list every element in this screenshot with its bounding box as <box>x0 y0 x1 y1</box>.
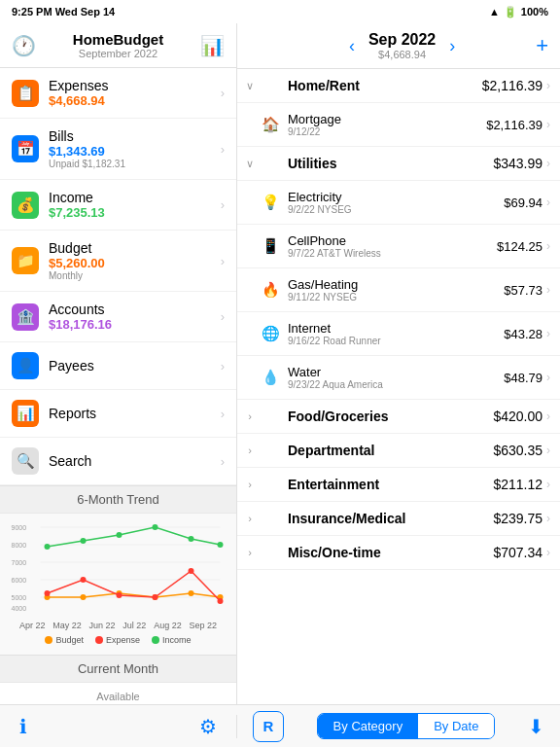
category-info-cellphone: CellPhone9/7/22 AT&T Wireless <box>288 233 497 259</box>
main-container: 🕐 HomeBudget September 2022 📊 📋Expenses$… <box>0 23 560 704</box>
legend-label-expense: Expense <box>106 635 140 645</box>
nav-item-income[interactable]: 💰Income$7,235.13› <box>0 180 236 231</box>
nav-value-bills: $1,343.69 <box>49 144 221 159</box>
category-date-internet: 9/16/22 Road Runner <box>288 336 504 346</box>
category-row-cellphone[interactable]: 📱CellPhone9/7/22 AT&T Wireless$124.25› <box>237 225 560 268</box>
nav-label-payees: Payees <box>49 358 221 374</box>
category-name-misc-one-time: Misc/One-time <box>288 545 493 560</box>
chart-label: Apr 22 <box>19 621 46 630</box>
legend-dot-expense <box>95 636 103 644</box>
category-row-mortgage[interactable]: 🏠Mortgage9/12/22$2,116.39› <box>237 103 560 147</box>
svg-text:4000: 4000 <box>12 605 27 612</box>
category-name-departmental: Departmental <box>288 443 493 458</box>
prev-month-button[interactable]: ‹ <box>343 34 361 58</box>
app-header: 🕐 HomeBudget September 2022 📊 <box>0 23 236 68</box>
category-row-insurance-medical[interactable]: ›Insurance/Medical$239.75› <box>237 502 560 536</box>
next-month-button[interactable]: › <box>443 34 461 58</box>
category-row-internet[interactable]: 🌐Internet9/16/22 Road Runner$43.28› <box>237 312 560 356</box>
tab-by-date[interactable]: By Date <box>418 714 494 738</box>
nav-icon-expenses: 📋 <box>12 80 39 107</box>
nav-content-expenses: Expenses$4,668.94 <box>49 78 221 108</box>
nav-item-budget[interactable]: 📁Budget$5,260.00Monthly› <box>0 231 236 292</box>
category-row-water[interactable]: 💧Water9/23/22 Aqua America$48.79› <box>237 356 560 400</box>
category-info-utilities: Utilities <box>288 156 493 171</box>
svg-point-18 <box>81 577 87 583</box>
nav-content-income: Income$7,235.13 <box>49 190 221 220</box>
category-name-insurance-medical: Insurance/Medical <box>288 511 493 526</box>
svg-text:9000: 9000 <box>12 524 27 531</box>
category-name-cellphone: CellPhone <box>288 233 497 248</box>
info-button[interactable]: ℹ <box>19 715 27 738</box>
category-icon-gas-heating: 🔥 <box>259 278 282 302</box>
category-chevron-cellphone: › <box>546 239 550 253</box>
bottom-bar: ℹ ⚙ R By CategoryBy Date ⬇ <box>0 704 560 747</box>
current-month-title: Current Month <box>0 656 236 683</box>
category-toggle-home-rent: ∨ <box>243 80 257 92</box>
category-chevron-insurance-medical: › <box>546 512 550 525</box>
category-row-misc-one-time[interactable]: ›Misc/One-time$707.34› <box>237 536 560 570</box>
category-row-entertainment[interactable]: ›Entertainment$211.12› <box>237 468 560 502</box>
category-icon-mortgage: 🏠 <box>259 113 282 136</box>
calendar-icon: 🕐 <box>12 34 36 57</box>
nav-item-reports[interactable]: 📊Reports› <box>0 390 236 438</box>
trend-title: 6-Month Trend <box>0 486 236 514</box>
nav-item-bills[interactable]: 📅Bills$1,343.69Unpaid $1,182.31› <box>0 119 236 180</box>
category-row-utilities[interactable]: ∨Utilities$343.99› <box>237 147 560 181</box>
category-date-water: 9/23/22 Aqua America <box>288 379 504 390</box>
battery-icon: 🔋 <box>504 6 517 18</box>
nav-item-search[interactable]: 🔍Search› <box>0 438 236 485</box>
legend-label-income: Income <box>162 635 192 645</box>
nav-item-expenses[interactable]: 📋Expenses$4,668.94› <box>0 68 236 119</box>
available-section: Available $591.06 <box>0 683 236 704</box>
nav-content-reports: Reports <box>49 406 221 421</box>
nav-chevron-budget: › <box>221 254 225 268</box>
category-amount-departmental: $630.35 <box>493 443 542 458</box>
nav-content-budget: Budget$5,260.00Monthly <box>49 240 221 281</box>
month-title: Sep 2022 <box>368 31 436 49</box>
chart-legend: BudgetExpenseIncome <box>8 632 228 651</box>
app-month: September 2022 <box>73 48 163 59</box>
category-chevron-internet: › <box>546 327 550 340</box>
nav-item-accounts[interactable]: 🏦Accounts$18,176.16› <box>0 292 236 342</box>
category-row-gas-heating[interactable]: 🔥Gas/Heating9/11/22 NYSEG$57.73› <box>237 268 560 312</box>
available-label: Available <box>0 691 236 702</box>
svg-point-28 <box>218 542 224 548</box>
legend-item-expense: Expense <box>95 635 140 645</box>
r-button[interactable]: R <box>253 711 284 742</box>
tab-by-category[interactable]: By Category <box>318 714 419 738</box>
category-date-cellphone: 9/7/22 AT&T Wireless <box>288 248 497 259</box>
status-bar: 9:25 PM Wed Sep 14 ▲ 🔋 100% <box>0 0 560 23</box>
category-toggle-entertainment: › <box>243 479 257 490</box>
category-toggle-food-groceries: › <box>243 410 257 422</box>
chart-labels: Apr 22May 22Jun 22Jul 22Aug 22Sep 22 <box>8 619 228 632</box>
nav-sub-budget: Monthly <box>49 270 221 281</box>
category-row-departmental[interactable]: ›Departmental$630.35› <box>237 434 560 468</box>
category-row-home-rent[interactable]: ∨Home/Rent$2,116.39› <box>237 69 560 103</box>
month-total: $4,668.94 <box>368 49 436 60</box>
category-amount-utilities: $343.99 <box>493 156 542 171</box>
nav-content-search: Search <box>49 453 221 469</box>
nav-label-budget: Budget <box>49 240 221 256</box>
svg-point-22 <box>218 598 224 604</box>
chart-label: May 22 <box>52 621 82 630</box>
settings-button[interactable]: ⚙ <box>199 715 217 738</box>
add-expense-button[interactable]: + <box>536 33 548 58</box>
category-row-food-groceries[interactable]: ›Food/Groceries$420.00› <box>237 400 560 434</box>
nav-label-reports: Reports <box>49 406 221 421</box>
category-info-water: Water9/23/22 Aqua America <box>288 365 504 390</box>
nav-item-payees[interactable]: 👤Payees› <box>0 342 236 390</box>
svg-point-23 <box>45 544 51 550</box>
nav-label-search: Search <box>49 453 221 469</box>
svg-point-19 <box>117 592 122 598</box>
svg-point-25 <box>117 532 122 538</box>
category-date-electricity: 9/2/22 NYSEG <box>288 204 504 215</box>
download-button[interactable]: ⬇ <box>528 715 544 738</box>
status-time: 9:25 PM Wed Sep 14 <box>12 6 115 18</box>
legend-label-budget: Budget <box>55 635 84 645</box>
month-nav: ‹ Sep 2022 $4,668.94 › <box>343 31 461 60</box>
svg-text:7000: 7000 <box>12 559 27 566</box>
category-row-electricity[interactable]: 💡Electricity9/2/22 NYSEG$69.94› <box>237 181 560 225</box>
nav-value-income: $7,235.13 <box>49 205 221 220</box>
chart-label: Aug 22 <box>154 621 182 630</box>
category-name-entertainment: Entertainment <box>288 477 493 492</box>
